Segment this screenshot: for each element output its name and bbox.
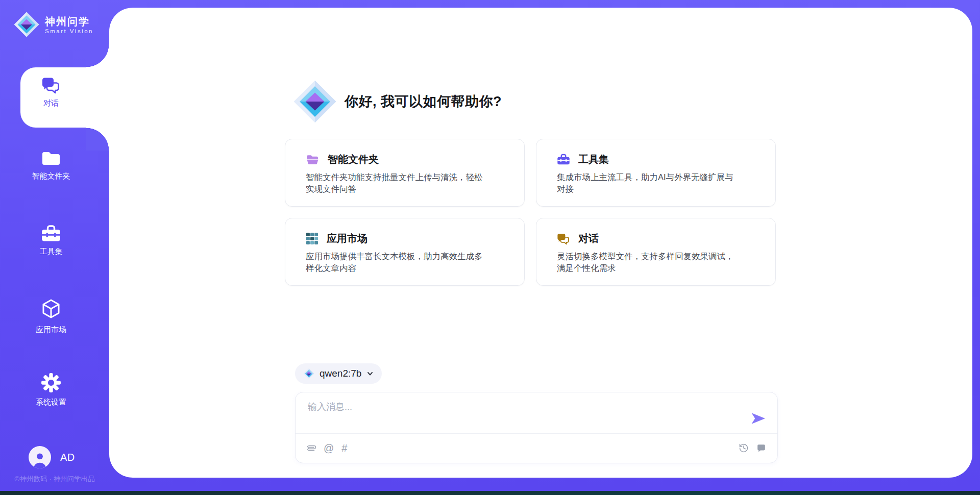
assistant-diamond-icon <box>292 79 337 124</box>
brand-title: 神州问学 <box>45 15 93 28</box>
sidebar-item-label: 工具集 <box>40 247 63 257</box>
bottom-edge-strip <box>0 491 980 495</box>
card-toolset[interactable]: 工具集 集成市场上主流工具，助力AI与外界无缝扩展与对接 <box>536 139 776 207</box>
card-smart-folder[interactable]: 智能文件夹 智能文件夹功能支持批量文件上传与清洗，轻松实现文件问答 <box>285 139 525 207</box>
history-icon <box>739 443 749 453</box>
user-profile[interactable]: AD <box>29 446 75 468</box>
toolbox-icon <box>557 154 570 165</box>
user-initials: AD <box>60 452 75 463</box>
card-title: 应用市场 <box>327 232 368 245</box>
sidebar-item-label: 智能文件夹 <box>32 171 70 181</box>
card-title: 对话 <box>578 232 599 245</box>
mention-button[interactable]: @ <box>324 443 334 453</box>
paperclip-icon <box>307 443 316 453</box>
brand-diamond-icon <box>13 11 40 38</box>
tab-fillet-bottom <box>86 128 109 151</box>
brand-subtitle: Smart Vision <box>45 28 93 34</box>
toolbox-icon <box>41 225 61 242</box>
sidebar-item-label: 系统设置 <box>36 398 66 407</box>
card-description: 应用市场提供丰富长文本模板，助力高效生成多样化文章内容 <box>306 251 488 275</box>
sidebar-item-app-market[interactable]: 应用市场 <box>0 298 102 335</box>
model-selector[interactable]: qwen2:7b <box>295 363 382 384</box>
gear-icon <box>41 373 61 393</box>
sidebar-item-chat[interactable]: 对话 <box>0 77 102 108</box>
sidebar-item-toolset[interactable]: 工具集 <box>0 225 102 257</box>
chat-icon <box>557 233 570 245</box>
conversation-button[interactable] <box>756 443 766 453</box>
brand-logo-block: 神州问学 Smart Vision <box>13 11 93 38</box>
chat-icon <box>41 77 61 94</box>
topic-hash-button[interactable]: # <box>341 443 347 453</box>
composer-toolbar: @ # <box>307 433 766 463</box>
feature-cards: 智能文件夹 智能文件夹功能支持批量文件上传与清洗，轻松实现文件问答 工具集 集成… <box>285 139 776 286</box>
card-app-market[interactable]: 应用市场 应用市场提供丰富长文本模板，助力高效生成多样化文章内容 <box>285 218 525 286</box>
cube-icon <box>40 298 62 320</box>
sidebar-item-settings[interactable]: 系统设置 <box>0 373 102 407</box>
card-description: 集成市场上主流工具，助力AI与外界无缝扩展与对接 <box>557 171 740 195</box>
card-description: 智能文件夹功能支持批量文件上传与清洗，轻松实现文件问答 <box>306 171 488 195</box>
sidebar-item-label: 应用市场 <box>36 325 66 335</box>
model-name: qwen2:7b <box>320 368 361 379</box>
app-window: 神州问学 Smart Vision 对话 智能文件夹 工具集 应用市场 <box>0 0 980 495</box>
card-description: 灵活切换多模型文件，支持多样回复效果调试，满足个性化需求 <box>557 251 740 275</box>
greeting-block: 你好, 我可以如何帮助你? <box>292 79 502 124</box>
card-chat[interactable]: 对话 灵活切换多模型文件，支持多样回复效果调试，满足个性化需求 <box>536 218 776 286</box>
model-diamond-icon <box>303 368 314 379</box>
sidebar-item-smart-folder[interactable]: 智能文件夹 <box>0 150 102 181</box>
message-composer: @ # <box>295 392 778 463</box>
sidebar-item-label: 对话 <box>43 98 59 108</box>
send-icon[interactable] <box>751 412 766 425</box>
card-title: 智能文件夹 <box>328 153 379 166</box>
message-input[interactable] <box>308 401 737 430</box>
history-button[interactable] <box>739 443 749 453</box>
greeting-text: 你好, 我可以如何帮助你? <box>345 92 502 111</box>
sidebar-footer-credit: ©神州数码 · 神州问学出品 <box>0 475 109 484</box>
attach-file-button[interactable] <box>307 443 316 453</box>
folder-open-icon <box>306 154 320 165</box>
tab-fillet-top <box>86 44 109 67</box>
chat-bubble-icon <box>756 443 766 453</box>
chevron-down-icon <box>366 370 374 377</box>
folder-icon <box>41 150 61 167</box>
card-title: 工具集 <box>578 153 609 166</box>
main-panel: 你好, 我可以如何帮助你? 智能文件夹 智能文件夹功能支持批量文件上传与清洗，轻… <box>109 8 972 478</box>
avatar <box>29 446 51 468</box>
person-icon <box>30 450 50 468</box>
grid-icon <box>306 232 318 245</box>
